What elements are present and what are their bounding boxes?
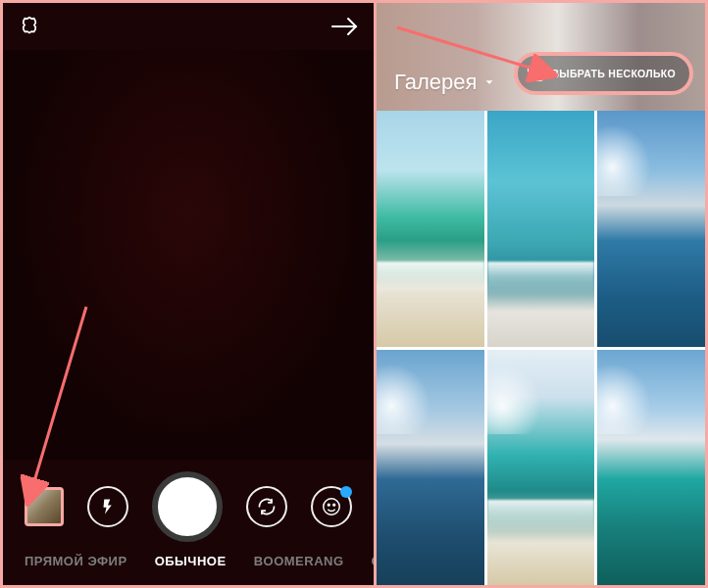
svg-point-1 bbox=[324, 499, 340, 515]
camera-top-bar bbox=[3, 3, 374, 50]
next-arrow-icon[interactable] bbox=[330, 15, 360, 38]
svg-point-3 bbox=[333, 504, 335, 506]
shutter-button[interactable] bbox=[152, 471, 223, 542]
mode-normal[interactable]: ОБЫЧНОЕ bbox=[155, 554, 227, 568]
mode-selector[interactable]: ПРЯМОЙ ЭФИР ОБЫЧНОЕ BOOMERANG СУПЕ bbox=[3, 546, 374, 575]
gallery-tile[interactable] bbox=[377, 111, 484, 347]
gallery-header: Галерея ВЫБРАТЬ НЕСКОЛЬКО bbox=[377, 3, 705, 111]
gallery-tile[interactable] bbox=[597, 350, 705, 586]
gallery-title-dropdown[interactable]: Галерея bbox=[394, 70, 496, 95]
mode-superzoom[interactable]: СУПЕ bbox=[372, 554, 374, 568]
select-multiple-label: ВЫБРАТЬ НЕСКОЛЬКО bbox=[551, 68, 676, 79]
gallery-tile[interactable] bbox=[487, 111, 595, 347]
gallery-screen: Галерея ВЫБРАТЬ НЕСКОЛЬКО bbox=[377, 0, 708, 588]
checkbox-icon bbox=[528, 66, 543, 81]
gallery-title-label: Галерея bbox=[394, 70, 477, 95]
mode-boomerang[interactable]: BOOMERANG bbox=[254, 554, 344, 568]
gallery-thumbnail-button[interactable] bbox=[25, 487, 64, 526]
switch-camera-button[interactable] bbox=[246, 486, 287, 527]
camera-screen: ПРЯМОЙ ЭФИР ОБЫЧНОЕ BOOMERANG СУПЕ bbox=[0, 0, 377, 588]
svg-point-2 bbox=[328, 504, 329, 506]
gallery-grid bbox=[377, 111, 705, 585]
gallery-tile[interactable] bbox=[487, 350, 595, 586]
gallery-tile[interactable] bbox=[597, 111, 705, 347]
notification-dot-icon bbox=[340, 486, 352, 498]
gallery-tile[interactable] bbox=[377, 350, 484, 586]
sticker-button[interactable] bbox=[311, 486, 352, 527]
camera-viewfinder[interactable] bbox=[3, 50, 374, 460]
select-multiple-button[interactable]: ВЫБРАТЬ НЕСКОЛЬКО bbox=[514, 52, 693, 95]
flash-button[interactable] bbox=[87, 486, 128, 527]
control-row bbox=[3, 467, 374, 546]
chevron-down-icon bbox=[482, 75, 496, 89]
camera-bottom-controls: ПРЯМОЙ ЭФИР ОБЫЧНОЕ BOOMERANG СУПЕ bbox=[3, 460, 374, 585]
mode-live[interactable]: ПРЯМОЙ ЭФИР bbox=[25, 554, 127, 568]
settings-icon[interactable] bbox=[17, 14, 42, 39]
